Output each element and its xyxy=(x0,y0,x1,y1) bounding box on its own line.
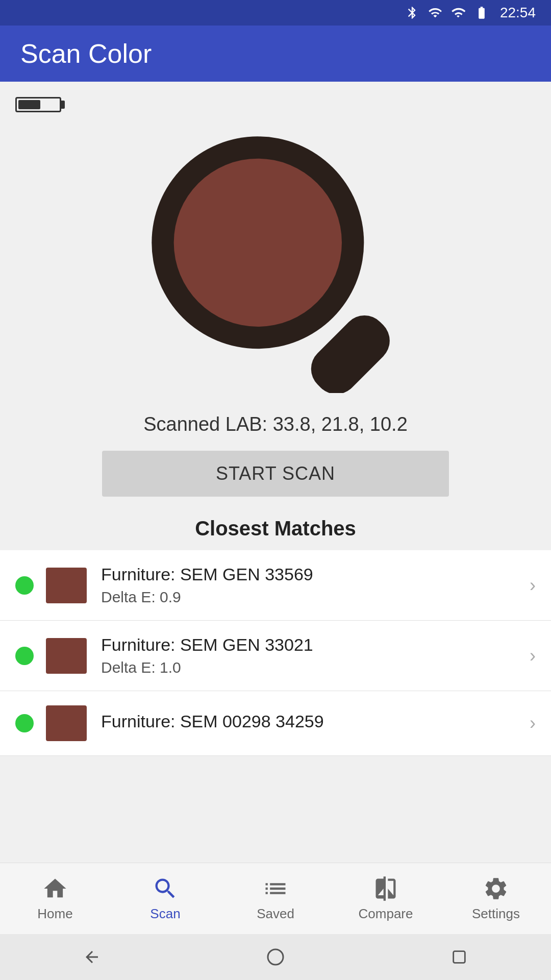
home-icon xyxy=(42,875,68,902)
match-delta-1: Delta E: 1.0 xyxy=(101,659,530,676)
bottom-nav: Home Scan Saved Compare Settings xyxy=(0,863,551,934)
battery-icon xyxy=(472,6,491,20)
nav-item-compare[interactable]: Compare xyxy=(331,863,441,934)
match-dot-0 xyxy=(15,576,34,595)
app-title: Scan Color xyxy=(20,38,152,69)
saved-icon xyxy=(262,875,289,902)
nav-label-scan: Scan xyxy=(150,906,180,922)
nav-label-home: Home xyxy=(37,906,72,922)
battery-bar-content xyxy=(0,92,551,117)
magnifier-illustration xyxy=(0,117,551,403)
match-item-1[interactable]: Furniture: SEM GEN 33021 Delta E: 1.0 › xyxy=(0,621,551,691)
match-chevron-2: › xyxy=(530,713,536,734)
battery-indicator-content xyxy=(15,97,61,112)
svg-point-1 xyxy=(174,159,342,327)
scanned-lab-text: Scanned LAB: 33.8, 21.8, 10.2 xyxy=(143,413,408,435)
match-dot-2 xyxy=(15,714,34,732)
nav-label-settings: Settings xyxy=(472,906,520,922)
match-info-2: Furniture: SEM 00298 34259 xyxy=(101,712,530,736)
status-icons xyxy=(405,5,491,21)
nav-item-settings[interactable]: Settings xyxy=(441,863,551,934)
home-circle-icon xyxy=(266,948,285,966)
match-swatch-1 xyxy=(46,638,87,674)
scan-icon xyxy=(152,875,179,902)
nav-item-saved[interactable]: Saved xyxy=(220,863,331,934)
nav-item-scan[interactable]: Scan xyxy=(110,863,220,934)
status-bar: 22:54 xyxy=(0,0,551,26)
match-name-1: Furniture: SEM GEN 33021 xyxy=(101,635,530,655)
android-nav-bar xyxy=(0,934,551,980)
match-info-1: Furniture: SEM GEN 33021 Delta E: 1.0 xyxy=(101,635,530,676)
back-button[interactable] xyxy=(79,944,105,970)
back-icon xyxy=(83,948,101,966)
settings-icon xyxy=(483,875,509,902)
magnifier-svg xyxy=(143,128,408,393)
match-info-0: Furniture: SEM GEN 33569 Delta E: 0.9 xyxy=(101,565,530,606)
recents-icon xyxy=(450,948,468,966)
nav-item-home[interactable]: Home xyxy=(0,863,110,934)
compare-icon xyxy=(372,875,399,902)
match-dot-1 xyxy=(15,647,34,665)
svg-point-3 xyxy=(268,949,283,965)
match-chevron-0: › xyxy=(530,575,536,596)
match-item-0[interactable]: Furniture: SEM GEN 33569 Delta E: 0.9 › xyxy=(0,550,551,621)
match-swatch-2 xyxy=(46,705,87,741)
app-bar: Scan Color xyxy=(0,26,551,82)
match-list: Furniture: SEM GEN 33569 Delta E: 0.9 › … xyxy=(0,550,551,756)
bluetooth-icon xyxy=(405,5,419,21)
battery-fill xyxy=(18,100,40,109)
nav-label-compare: Compare xyxy=(359,906,413,922)
main-content: Scanned LAB: 33.8, 21.8, 10.2 START SCAN… xyxy=(0,82,551,863)
nav-label-saved: Saved xyxy=(257,906,294,922)
match-name-2: Furniture: SEM 00298 34259 xyxy=(101,712,530,731)
svg-rect-4 xyxy=(454,951,465,963)
match-swatch-0 xyxy=(46,568,87,603)
signal-icon xyxy=(451,6,465,20)
match-chevron-1: › xyxy=(530,645,536,667)
match-delta-0: Delta E: 0.9 xyxy=(101,589,530,606)
closest-matches-title: Closest Matches xyxy=(195,517,356,540)
match-name-0: Furniture: SEM GEN 33569 xyxy=(101,565,530,584)
home-button[interactable] xyxy=(263,944,288,970)
status-time: 22:54 xyxy=(500,5,536,21)
match-item-2[interactable]: Furniture: SEM 00298 34259 › xyxy=(0,691,551,756)
start-scan-button[interactable]: START SCAN xyxy=(102,451,449,497)
wifi-icon xyxy=(427,6,444,20)
recents-button[interactable] xyxy=(446,944,472,970)
